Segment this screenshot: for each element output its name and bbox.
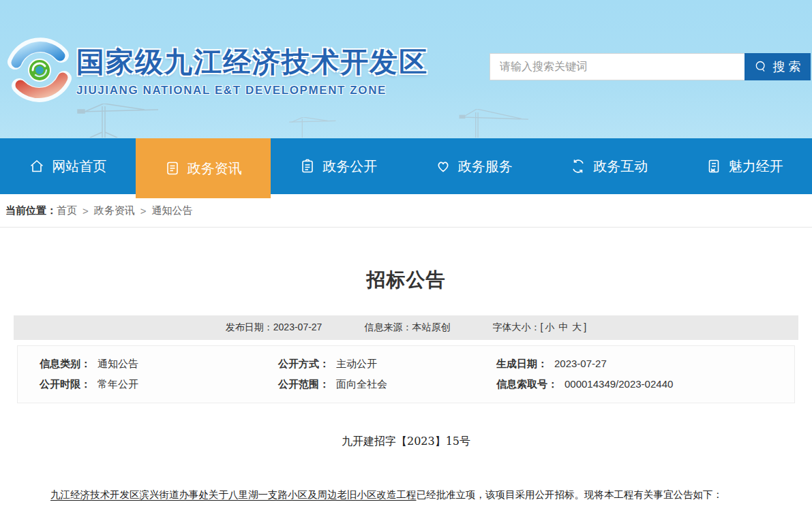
breadcrumb-item-notices[interactable]: 通知公告 <box>152 204 193 217</box>
crane-silhouette <box>447 109 542 138</box>
article-info-table: 信息类别：通知公告 公开方式：主动公开 生成日期：2023-07-27 公开时限… <box>17 345 795 403</box>
info-duration: 公开时限：常年公开 <box>40 378 278 391</box>
site-title: 国家级九江经济技术开发区 <box>76 44 428 81</box>
main-nav: 网站首页 政务资讯 政务公开 政务服务 政务互动 魅力经开 <box>0 138 812 194</box>
nav-item-charm[interactable]: 魅力经开 <box>677 138 812 194</box>
nav-item-label: 魅力经开 <box>729 157 783 176</box>
nav-item-label: 政务互动 <box>593 157 648 176</box>
home-icon <box>29 158 45 174</box>
info-generated-date: 生成日期：2023-07-27 <box>496 358 794 371</box>
search-button[interactable]: 搜 索 <box>745 53 811 80</box>
exchange-icon <box>570 158 586 174</box>
nav-item-news[interactable]: 政务资讯 <box>136 138 271 198</box>
site-brand: 国家级九江经济技术开发区 JIUJIANG NATIONAL E&T DEVEL… <box>76 44 428 97</box>
nav-item-label: 政务服务 <box>458 157 513 176</box>
font-size-medium[interactable]: 中 <box>558 322 568 332</box>
breadcrumb-label: 当前位置： <box>5 204 57 217</box>
font-size-control: 字体大小：[小中大] <box>492 322 586 334</box>
font-size-small[interactable]: 小 <box>545 322 554 332</box>
publish-date-value: 2023-07-27 <box>273 322 322 332</box>
bracket: ] <box>584 322 586 332</box>
nav-item-home[interactable]: 网站首页 <box>0 138 136 194</box>
site-logo[interactable] <box>5 36 74 104</box>
info-disclosure-method: 公开方式：主动公开 <box>278 358 496 371</box>
news-icon <box>164 160 181 176</box>
breadcrumb-separator: > <box>82 205 89 217</box>
nav-item-interaction[interactable]: 政务互动 <box>541 138 677 194</box>
publish-date-label: 发布日期： <box>226 322 273 332</box>
article-meta-bar: 发布日期：2023-07-27 信息来源：本站原创 字体大小：[小中大] <box>14 315 798 340</box>
nav-item-disclosure[interactable]: 政务公开 <box>271 138 406 194</box>
document-number: 九开建招字【2023】15号 <box>0 435 812 449</box>
page-title: 招标公告 <box>0 267 812 293</box>
search-input[interactable] <box>490 53 745 80</box>
site-header: 国家级九江经济技术开发区 JIUJIANG NATIONAL E&T DEVEL… <box>0 0 812 138</box>
info-source: 信息来源：本站原创 <box>364 322 450 334</box>
crane-silhouette <box>76 104 162 138</box>
clipboard-icon <box>299 158 316 174</box>
logo-icon <box>5 36 74 104</box>
publish-date: 发布日期：2023-07-27 <box>226 322 322 334</box>
site-search: 搜 索 <box>490 53 811 80</box>
font-size-large[interactable]: 大 <box>572 322 582 332</box>
site-subtitle: JIUJIANG NATIONAL E&T DEVELOPMENT ZONE <box>76 84 428 97</box>
nav-item-label: 政务资讯 <box>187 159 242 178</box>
bracket: [ <box>540 322 543 332</box>
breadcrumb: 当前位置： 首页 > 政务资讯 > 通知公告 <box>0 194 812 228</box>
search-icon <box>754 60 768 74</box>
article-main: 招标公告 发布日期：2023-07-27 信息来源：本站原创 字体大小：[小中大… <box>0 267 812 503</box>
nav-item-services[interactable]: 政务服务 <box>406 138 542 194</box>
book-icon <box>706 158 722 174</box>
article-body-text: 已经批准立项，该项目采用公开招标。现将本工程有关事宜公告如下： <box>417 489 723 500</box>
info-source-label: 信息来源： <box>364 322 412 332</box>
info-scope: 公开范围：面向全社会 <box>278 378 496 391</box>
nav-item-label: 网站首页 <box>52 157 106 176</box>
article-body-paragraph: 九江经济技术开发区滨兴街道办事处关于八里湖一支路小区及周边老旧小区改造工程已经批… <box>31 487 781 503</box>
font-size-label: 字体大小： <box>492 322 540 332</box>
breadcrumb-item-news[interactable]: 政务资讯 <box>94 204 135 217</box>
breadcrumb-separator: > <box>140 205 147 217</box>
nav-item-label: 政务公开 <box>322 157 377 176</box>
heart-icon <box>435 158 451 174</box>
info-index-number: 信息索取号：000014349/2023-02440 <box>496 378 794 391</box>
breadcrumb-item-home[interactable]: 首页 <box>57 204 77 217</box>
search-button-label: 搜 索 <box>772 59 800 75</box>
crane-silhouette <box>285 117 340 138</box>
info-category: 信息类别：通知公告 <box>40 358 278 371</box>
project-name-underlined: 九江经济技术开发区滨兴街道办事处关于八里湖一支路小区及周边老旧小区改造工程 <box>50 489 417 500</box>
info-source-value: 本站原创 <box>412 322 450 332</box>
